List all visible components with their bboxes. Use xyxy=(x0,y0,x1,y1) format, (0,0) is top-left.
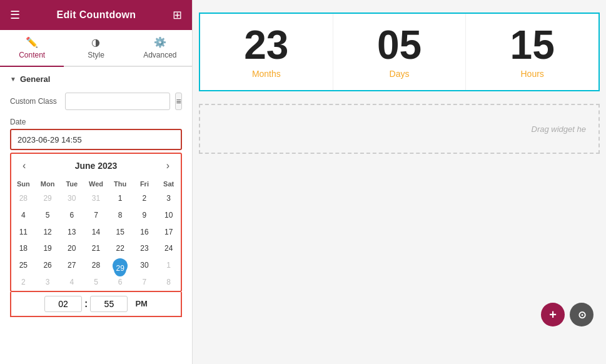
advanced-icon: ⚙️ xyxy=(154,36,166,48)
calendar-next-button[interactable]: › xyxy=(163,159,173,173)
time-minute-input[interactable] xyxy=(90,296,128,312)
calendar-day[interactable]: 10 xyxy=(156,207,181,224)
countdown-widget: 23Months05Days15Hours xyxy=(199,13,600,91)
fab-circle-button[interactable]: ⊙ xyxy=(570,303,593,326)
day-header-sun: Sun xyxy=(11,178,36,190)
tab-content-label: Content xyxy=(19,51,45,59)
calendar-day[interactable]: 2 xyxy=(133,190,157,207)
calendar-day[interactable]: 2 xyxy=(11,274,36,291)
day-header-tue: Tue xyxy=(59,178,84,190)
sidebar-tabs: ✏️ Content ◑ Style ⚙️ Advanced xyxy=(0,30,192,67)
countdown-label: Days xyxy=(390,69,410,79)
calendar-day[interactable]: 6 xyxy=(108,274,133,291)
calendar-day[interactable]: 8 xyxy=(108,207,133,224)
countdown-unit: 15Hours xyxy=(466,14,598,90)
calendar-day[interactable]: 5 xyxy=(84,274,108,291)
main-area: 23Months05Days15Hours Drag widget he + ⊙ xyxy=(193,0,606,364)
calendar-day[interactable]: 24 xyxy=(156,240,181,257)
sidebar-header: ☰ Edit Countdown ⊞ xyxy=(0,0,192,30)
calendar-day[interactable]: 11 xyxy=(11,224,36,241)
countdown-unit: 23Months xyxy=(200,14,333,90)
calendar-day[interactable]: 21 xyxy=(84,240,108,257)
day-header-wed: Wed xyxy=(84,178,108,190)
countdown-number: 15 xyxy=(510,25,555,65)
countdown-number: 05 xyxy=(377,25,422,65)
countdown-label: Hours xyxy=(521,69,544,79)
calendar-day[interactable]: 1 xyxy=(108,190,133,207)
custom-class-row: Custom Class ≡ xyxy=(10,93,182,110)
calendar-day[interactable]: 5 xyxy=(36,207,60,224)
calendar-day[interactable]: 28 xyxy=(11,190,36,207)
custom-class-input[interactable] xyxy=(65,93,170,110)
calendar-day[interactable]: 8 xyxy=(156,274,181,291)
calendar-day[interactable]: 12 xyxy=(36,224,60,241)
calendar-day[interactable]: 16 xyxy=(133,224,157,241)
calendar-day[interactable]: 23 xyxy=(133,240,157,257)
calendar-day[interactable]: 29 xyxy=(113,258,128,273)
time-hour-input[interactable] xyxy=(44,296,82,312)
fab-plus-button[interactable]: + xyxy=(541,303,565,326)
tab-advanced-label: Advanced xyxy=(143,51,176,59)
calendar-day[interactable]: 25 xyxy=(11,257,36,274)
time-ampm: PM xyxy=(135,299,148,308)
calendar-day[interactable]: 22 xyxy=(108,240,133,257)
calendar-day[interactable]: 19 xyxy=(36,240,60,257)
calendar-month-label: June 2023 xyxy=(75,161,118,171)
tab-content[interactable]: ✏️ Content xyxy=(0,30,64,67)
calendar-day[interactable]: 28 xyxy=(84,257,108,274)
calendar-header: ‹ June 2023 › xyxy=(11,154,181,178)
calendar: ‹ June 2023 › Sun Mon Tue Wed Thu Fri Sa… xyxy=(10,153,182,292)
custom-class-label: Custom Class xyxy=(10,97,60,106)
calendar-day[interactable]: 30 xyxy=(59,190,84,207)
calendar-day[interactable]: 17 xyxy=(156,224,181,241)
content-icon: ✏️ xyxy=(26,36,38,48)
general-section-header: ▼ General xyxy=(10,74,182,84)
day-header-mon: Mon xyxy=(36,178,60,190)
calendar-day[interactable]: 7 xyxy=(84,207,108,224)
calendar-day[interactable]: 14 xyxy=(84,224,108,241)
calendar-day[interactable]: 31 xyxy=(84,190,108,207)
sidebar-content: ▼ General Custom Class ≡ Date ‹ June 202… xyxy=(0,67,192,364)
calendar-day[interactable]: 29 xyxy=(36,190,60,207)
calendar-day[interactable]: 18 xyxy=(11,240,36,257)
day-header-sat: Sat xyxy=(156,178,181,190)
calendar-day[interactable]: 9 xyxy=(133,207,157,224)
countdown-label: Months xyxy=(252,69,281,79)
grid-icon[interactable]: ⊞ xyxy=(173,8,182,22)
tab-style[interactable]: ◑ Style xyxy=(64,30,128,67)
drag-area: Drag widget he xyxy=(199,104,600,154)
calendar-prev-button[interactable]: ‹ xyxy=(19,159,29,173)
tab-advanced[interactable]: ⚙️ Advanced xyxy=(128,30,192,67)
calendar-day[interactable]: 1 xyxy=(156,257,181,274)
hamburger-icon[interactable]: ☰ xyxy=(10,8,20,22)
calendar-day[interactable]: 30 xyxy=(133,257,157,274)
day-header-fri: Fri xyxy=(133,178,157,190)
calendar-day[interactable]: 3 xyxy=(156,190,181,207)
calendar-day[interactable]: 26 xyxy=(36,257,60,274)
section-label: General xyxy=(20,74,50,84)
section-arrow-icon: ▼ xyxy=(10,76,16,83)
calendar-day[interactable]: 4 xyxy=(59,274,84,291)
sidebar: ☰ Edit Countdown ⊞ ✏️ Content ◑ Style ⚙️… xyxy=(0,0,193,364)
calendar-day[interactable]: 7 xyxy=(133,274,157,291)
calendar-day[interactable]: 6 xyxy=(59,207,84,224)
sidebar-title: Edit Countdown xyxy=(57,9,136,21)
calendar-day[interactable]: 15 xyxy=(108,224,133,241)
drag-text: Drag widget he xyxy=(532,124,586,134)
date-label: Date xyxy=(10,118,182,126)
time-separator: : xyxy=(84,298,88,310)
fab-area: + ⊙ xyxy=(541,303,593,326)
calendar-day[interactable]: 3 xyxy=(36,274,60,291)
style-icon: ◑ xyxy=(91,36,100,48)
calendar-day[interactable]: 20 xyxy=(59,240,84,257)
calendar-grid: Sun Mon Tue Wed Thu Fri Sat 282930311234… xyxy=(11,178,181,291)
countdown-unit: 05Days xyxy=(333,14,467,90)
day-header-thu: Thu xyxy=(108,178,133,190)
list-icon-button[interactable]: ≡ xyxy=(175,93,182,110)
calendar-day[interactable]: 4 xyxy=(11,207,36,224)
calendar-day[interactable]: 13 xyxy=(59,224,84,241)
calendar-day[interactable]: 27 xyxy=(59,257,84,274)
tab-style-label: Style xyxy=(88,51,104,59)
countdown-number: 23 xyxy=(244,25,288,65)
date-input[interactable] xyxy=(10,129,182,150)
